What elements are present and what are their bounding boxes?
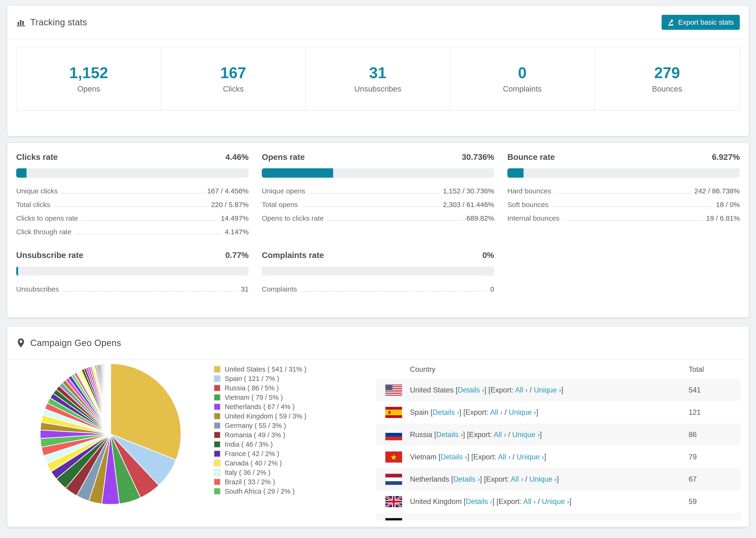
country-name: United Kingdom <box>410 497 464 506</box>
details-link[interactable]: Details › <box>453 475 480 483</box>
legend-label: Romania ( 49 / 3% ) <box>225 431 285 439</box>
stat-label: Complaints <box>503 84 542 93</box>
export-all-link[interactable]: All › <box>511 475 523 483</box>
legend-swatch <box>214 366 220 372</box>
stat-value: 1,152 <box>69 64 108 82</box>
export-label: [Export: <box>484 475 511 483</box>
flag-ru-icon <box>385 429 402 440</box>
table-row: Spain [Details ›] [Export: All › / Uniqu… <box>376 401 741 423</box>
geo-th-total: Total <box>689 365 741 374</box>
legend-swatch <box>214 404 220 410</box>
dotted-leader <box>75 234 221 234</box>
legend-label: Spain ( 121 / 7% ) <box>225 375 279 383</box>
flag-nl-icon <box>385 474 402 485</box>
geo-total-cell: 79 <box>689 453 741 461</box>
dotted-leader <box>552 207 713 207</box>
export-all-link[interactable]: All › <box>498 453 511 461</box>
export-label: [Export: <box>463 408 490 416</box>
legend-swatch <box>214 422 220 429</box>
details-link[interactable]: Details › <box>441 453 467 461</box>
stat-label: Unsubscribes <box>354 84 401 93</box>
campaign-geo-opens-card: Campaign Geo Opens United States ( 541 /… <box>7 326 749 527</box>
bracket: ] <box>459 408 463 416</box>
export-unique-link[interactable]: Unique › <box>534 386 561 394</box>
metric-value: 14.497% <box>221 214 249 222</box>
rate-progress-fill <box>16 266 18 276</box>
export-label: [Export: <box>497 497 523 506</box>
bracket: ] <box>493 497 497 506</box>
rate-block: Unsubscribe rate 0.77% Unsubscribes 31 <box>16 250 249 296</box>
tracking-stats-card: Tracking stats Export basic stats 1,152 … <box>7 6 749 136</box>
export-all-link[interactable]: All › <box>523 497 536 506</box>
legend-item: India ( 46 / 3% ) <box>214 440 376 449</box>
stat-label: Opens <box>77 84 100 93</box>
rate-progress-track <box>262 168 494 178</box>
legend-item: Russia ( 86 / 5% ) <box>214 383 376 393</box>
geo-th-country: Country <box>410 365 436 374</box>
legend-label: Germany ( 55 / 3% ) <box>225 422 286 430</box>
export-basic-stats-button[interactable]: Export basic stats <box>662 15 740 30</box>
export-label: [Export: <box>488 386 515 394</box>
stat-value: 31 <box>369 64 386 82</box>
metric-value: 31 <box>241 285 249 293</box>
metric-label: Clicks to opens rate <box>16 214 78 222</box>
export-unique-link[interactable]: Unique › <box>542 497 569 506</box>
legend-item: Italy ( 36 / 2% ) <box>214 468 376 477</box>
export-unique-link[interactable]: Unique › <box>512 430 540 439</box>
dotted-leader <box>81 220 217 221</box>
legend-label: United States ( 541 / 31% ) <box>225 365 306 373</box>
stat-label: Clicks <box>223 84 243 93</box>
legend-swatch <box>214 460 220 466</box>
metric-value: 4.147% <box>225 228 249 236</box>
legend-swatch <box>214 451 220 457</box>
geo-total-cell: 59 <box>689 497 741 506</box>
country-name: Netherlands <box>410 475 451 483</box>
stat-cell: 167 Clicks <box>161 47 306 110</box>
slash: / <box>527 386 534 394</box>
flag-gb-icon <box>385 496 402 507</box>
rate-rows: Unique opens 1,152 / 30.736% Total opens… <box>262 184 494 225</box>
legend-label: Netherlands ( 67 / 4% ) <box>225 403 295 411</box>
geo-opens-pie-chart <box>38 362 183 506</box>
bracket: [ <box>431 408 433 416</box>
geo-total-cell: 541 <box>689 386 741 394</box>
rate-rows: Unique clicks 167 / 4.456% Total clicks … <box>16 184 249 239</box>
export-all-link[interactable]: All › <box>490 408 503 416</box>
metric-row: Total clicks 220 / 5.87% <box>16 198 249 211</box>
metric-row: Total opens 2,303 / 61.446% <box>262 198 494 211</box>
stat-cell: 1,152 Opens <box>17 47 161 110</box>
slash: / <box>523 475 529 483</box>
details-link[interactable]: Details › <box>436 430 463 439</box>
geo-total-cell: 86 <box>689 430 741 439</box>
country-name: Vietnam <box>410 453 439 461</box>
stat-cell: 0 Complaints <box>450 47 595 110</box>
legend-item: Canada ( 40 / 2% ) <box>214 458 376 468</box>
geo-country-cell: United Kingdom [Details ›] [Export: All … <box>410 497 571 506</box>
flag-vn-icon <box>385 452 402 463</box>
export-all-link[interactable]: All › <box>494 430 506 439</box>
metric-row: Clicks to opens rate 14.497% <box>16 211 249 225</box>
details-link[interactable]: Details › <box>433 408 459 416</box>
rate-titlebar: Clicks rate 4.46% <box>16 152 249 162</box>
dotted-leader <box>300 291 487 292</box>
slash: / <box>506 430 512 439</box>
export-unique-link[interactable]: Unique › <box>509 408 536 416</box>
flag-us-icon <box>385 385 402 396</box>
dotted-leader <box>301 207 440 207</box>
legend-label: France ( 42 / 2% ) <box>225 450 279 458</box>
legend-label: Brazil ( 33 / 2% ) <box>225 478 275 486</box>
legend-label: India ( 46 / 3% ) <box>225 441 273 448</box>
metric-row: Click through rate 4.147% <box>16 225 249 239</box>
export-label: [Export: <box>467 430 494 439</box>
dotted-leader <box>54 207 208 207</box>
metric-label: Click through rate <box>16 228 71 236</box>
details-link[interactable]: Details › <box>458 386 484 394</box>
legend-item: Netherlands ( 67 / 4% ) <box>214 402 376 411</box>
geo-title-text: Campaign Geo Opens <box>30 338 121 348</box>
export-unique-link[interactable]: Unique › <box>529 475 557 483</box>
details-link[interactable]: Details › <box>466 497 493 506</box>
table-row: United States [Details ›] [Export: All ›… <box>376 379 741 401</box>
export-all-link[interactable]: All › <box>515 386 527 394</box>
metric-value: 242 / 86.738% <box>694 187 740 195</box>
export-unique-link[interactable]: Unique › <box>516 453 544 461</box>
